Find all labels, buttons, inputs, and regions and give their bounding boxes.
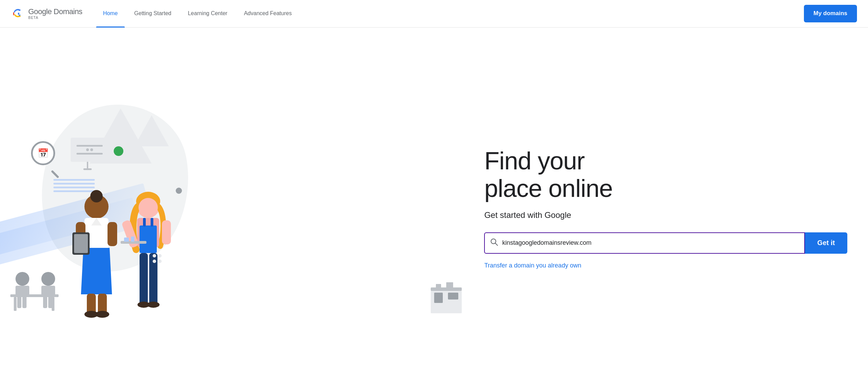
get-it-button[interactable]: Get it	[805, 232, 847, 254]
transfer-domain-link[interactable]: Transfer a domain you already own	[484, 262, 847, 269]
search-box	[484, 232, 805, 254]
nav-advanced-features[interactable]: Advanced Features	[237, 0, 299, 28]
nav-getting-started[interactable]: Getting Started	[127, 0, 178, 28]
svg-rect-5	[17, 296, 21, 308]
person1-illustration	[69, 188, 124, 318]
monitor-dot-2	[90, 148, 93, 151]
svg-point-37	[147, 302, 160, 308]
svg-rect-6	[22, 296, 27, 308]
magnifier-icon: 📅	[31, 141, 62, 172]
logo-beta: BETA	[28, 16, 82, 20]
svg-rect-17	[108, 222, 117, 246]
monitor-dot-1	[86, 148, 89, 151]
svg-point-24	[139, 198, 158, 217]
monitor-line-1	[76, 145, 102, 147]
svg-rect-31	[124, 238, 129, 242]
svg-rect-34	[140, 253, 148, 305]
hline-2	[53, 183, 95, 185]
svg-rect-4	[16, 286, 29, 296]
google-logo-icon	[11, 7, 25, 21]
green-dot-decor	[114, 146, 123, 156]
seated-people-illustration	[3, 260, 65, 315]
svg-rect-28	[151, 218, 153, 227]
svg-rect-27	[143, 218, 146, 227]
illustration-area: 📅	[0, 88, 477, 329]
monitor-line-2	[76, 153, 102, 155]
search-row: Get it	[484, 232, 847, 254]
nav-learning-center[interactable]: Learning Center	[181, 0, 234, 28]
domain-search-input[interactable]	[502, 239, 798, 246]
svg-line-49	[495, 243, 498, 245]
triangle-small	[134, 115, 169, 146]
calendar-icon: 📅	[38, 148, 49, 159]
svg-rect-26	[140, 225, 157, 253]
svg-point-45	[158, 254, 162, 257]
main-nav: Home Getting Started Learning Center Adv…	[96, 0, 804, 28]
monitor-dot-row	[86, 148, 93, 151]
svg-point-7	[41, 272, 55, 286]
gray-dot-decor	[176, 188, 182, 194]
svg-rect-32	[131, 236, 134, 242]
svg-rect-16	[74, 234, 88, 253]
nav-home[interactable]: Home	[96, 0, 125, 28]
small-dots-decor	[152, 253, 165, 267]
right-content: Find your place online Get started with …	[477, 134, 868, 283]
main-content: 📅	[0, 28, 868, 389]
logo-area[interactable]: Google Domains BETA	[11, 7, 82, 21]
monitor-base	[83, 168, 92, 170]
magnifier-circle: 📅	[31, 141, 55, 165]
search-icon	[490, 238, 498, 248]
monitor-illustration	[71, 138, 109, 162]
logo-text: Google Domains	[28, 8, 82, 15]
svg-point-47	[158, 260, 162, 263]
svg-rect-41	[448, 293, 458, 299]
hline-1	[53, 179, 95, 181]
svg-rect-9	[43, 296, 47, 308]
svg-point-44	[153, 254, 156, 257]
svg-rect-43	[446, 282, 453, 288]
header-right: My domains	[804, 5, 857, 22]
svg-point-46	[153, 260, 156, 263]
svg-rect-42	[436, 284, 441, 288]
hero-title: Find your place online	[484, 147, 847, 202]
svg-rect-38	[431, 287, 462, 291]
svg-point-12	[90, 190, 103, 202]
my-domains-button[interactable]: My domains	[804, 5, 857, 22]
person2-illustration	[121, 188, 176, 325]
svg-rect-1	[14, 297, 17, 311]
hero-subtitle: Get started with Google	[484, 210, 847, 220]
svg-point-21	[95, 311, 109, 318]
svg-rect-40	[434, 293, 443, 303]
svg-rect-8	[41, 286, 55, 296]
header: Google Domains BETA Home Getting Started…	[0, 0, 868, 28]
svg-point-3	[16, 272, 29, 286]
monitor-stand	[87, 162, 88, 169]
svg-rect-10	[48, 296, 52, 308]
counter-illustration	[429, 274, 463, 315]
svg-rect-33	[162, 220, 171, 244]
logo-text-wrap: Google Domains BETA	[28, 8, 82, 20]
